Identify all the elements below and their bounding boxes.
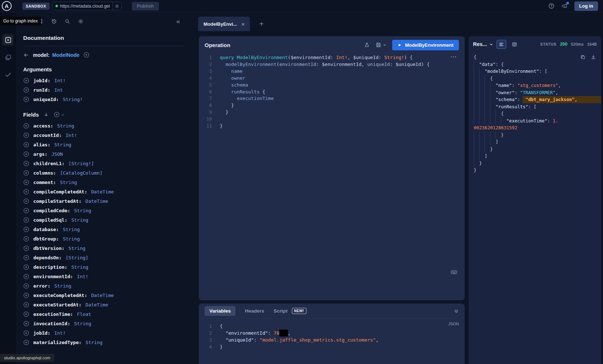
add-field-button[interactable]: [23, 264, 29, 270]
apollo-logo[interactable]: A: [2, 1, 12, 11]
variables-editor[interactable]: 1234 { "environmentId": 78 , "uniqueId":…: [199, 319, 465, 350]
collapse-variables-button[interactable]: [454, 309, 459, 314]
field-type[interactable]: String: [85, 340, 102, 345]
add-field-button[interactable]: [23, 198, 29, 204]
add-field-button[interactable]: [23, 273, 29, 280]
add-field-button[interactable]: [23, 339, 29, 346]
download-icon[interactable]: [591, 54, 596, 60]
field-name: dbtVersion:: [33, 246, 64, 251]
save-operation-button[interactable]: [376, 42, 386, 48]
doc-type-name[interactable]: ModelNode: [52, 52, 79, 58]
field-type[interactable]: String: [74, 208, 91, 213]
back-button[interactable]: [23, 52, 29, 58]
add-argument-button[interactable]: [23, 87, 29, 93]
search-button[interactable]: [64, 18, 70, 24]
add-all-fields-button[interactable]: [54, 112, 64, 118]
field-type[interactable]: Int!: [66, 133, 77, 138]
checks-nav-button[interactable]: [2, 69, 14, 80]
add-field-button[interactable]: [23, 330, 29, 336]
add-field-button[interactable]: [23, 311, 29, 317]
publish-button[interactable]: Publish: [132, 2, 159, 11]
add-field-button[interactable]: [23, 179, 29, 185]
add-field-button[interactable]: [23, 321, 29, 327]
run-operation-button[interactable]: ModelByEnvironment: [392, 40, 459, 50]
field-type[interactable]: [CatalogColumn]: [60, 170, 102, 176]
sort-fields-button[interactable]: [43, 112, 49, 117]
add-field-button[interactable]: [23, 245, 29, 251]
field-type[interactable]: DateTime: [91, 189, 114, 194]
field-type[interactable]: String: [54, 142, 71, 147]
argument-type[interactable]: Int: [54, 87, 63, 93]
add-field-button[interactable]: [23, 255, 29, 261]
tab-variables[interactable]: Variables: [205, 306, 235, 316]
variables-code[interactable]: { "environmentId": 78 , "uniqueId": "mod…: [212, 323, 465, 350]
field-type[interactable]: [String!]: [68, 161, 94, 166]
add-field-button[interactable]: [23, 208, 29, 214]
announcements-button[interactable]: [561, 3, 568, 9]
help-button[interactable]: [548, 3, 554, 9]
field-type[interactable]: JSON: [51, 151, 63, 157]
new-tab-button[interactable]: +: [259, 20, 264, 28]
field-type[interactable]: Int!: [77, 274, 88, 279]
add-field-button[interactable]: [23, 292, 29, 298]
field-type[interactable]: String: [63, 227, 80, 232]
field-type[interactable]: String: [60, 180, 77, 185]
add-field-button[interactable]: [23, 217, 29, 223]
share-operation-button[interactable]: [364, 42, 370, 48]
response-code[interactable]: {"data": {"modelByEnvironment": [{"name"…: [469, 54, 601, 174]
endpoint-url[interactable]: https://metadata.cloud.get: [60, 4, 110, 9]
connection-settings-button[interactable]: [113, 2, 121, 10]
operation-editor[interactable]: 1234567891011 query ModelByEnvironment($…: [199, 54, 465, 130]
add-field-button[interactable]: [23, 142, 29, 148]
field-type[interactable]: String: [74, 321, 91, 326]
field-type[interactable]: DateTime: [91, 293, 114, 298]
add-field-button[interactable]: [23, 160, 29, 167]
add-field-button[interactable]: [23, 283, 29, 289]
field-type[interactable]: String: [57, 123, 74, 129]
explorer-nav-button[interactable]: [2, 34, 14, 46]
operation-tab[interactable]: ModelByEnvi... ×: [198, 17, 250, 31]
login-button[interactable]: Log in: [574, 1, 598, 11]
collections-nav-button[interactable]: [2, 51, 14, 63]
operation-menu-button[interactable]: [450, 56, 457, 58]
field-type[interactable]: String: [68, 246, 85, 251]
add-field-button[interactable]: [23, 302, 29, 308]
field-type[interactable]: DateTime: [85, 198, 108, 204]
field-type[interactable]: DateTime: [85, 302, 108, 307]
response-title-dropdown[interactable]: Res...: [473, 41, 493, 47]
table-view-button[interactable]: [510, 40, 519, 49]
field-type[interactable]: String: [54, 283, 71, 289]
add-argument-button[interactable]: [23, 96, 29, 102]
tab-headers[interactable]: Headers: [245, 308, 264, 314]
field-type[interactable]: String: [71, 217, 88, 223]
add-argument-button[interactable]: [23, 78, 29, 84]
tab-script[interactable]: Script: [274, 308, 288, 314]
formatted-view-button[interactable]: [497, 40, 506, 49]
field-type[interactable]: Int!: [54, 330, 66, 336]
add-field-button[interactable]: [23, 123, 29, 129]
field-row: executeStartedAt: DateTime: [16, 300, 192, 309]
field-type[interactable]: String: [63, 236, 80, 242]
add-field-button[interactable]: [23, 226, 29, 233]
add-type-button[interactable]: [83, 52, 89, 58]
argument-name: runId:: [33, 87, 50, 93]
field-row: database: String: [16, 225, 192, 234]
field-type[interactable]: [String]: [66, 255, 88, 260]
keyboard-shortcuts-button[interactable]: [451, 269, 457, 275]
collapse-panel-icon[interactable]: «: [176, 18, 179, 25]
copy-icon[interactable]: [580, 54, 586, 60]
history-button[interactable]: [51, 18, 57, 24]
field-type[interactable]: Float: [77, 311, 91, 317]
argument-type[interactable]: Int!: [54, 78, 66, 83]
close-tab-icon[interactable]: ×: [241, 21, 244, 27]
add-field-button[interactable]: [23, 189, 29, 195]
argument-type[interactable]: String!: [63, 97, 83, 102]
operation-code[interactable]: query ModelByEnvironment($environmentId:…: [212, 54, 465, 130]
field-type[interactable]: String: [71, 264, 88, 270]
endpoint-url-field[interactable]: https://metadata.cloud.get: [53, 2, 113, 10]
add-field-button[interactable]: [23, 132, 29, 138]
explorer-settings-button[interactable]: [78, 18, 84, 24]
add-field-button[interactable]: [23, 151, 29, 157]
add-field-button[interactable]: [23, 236, 29, 242]
add-field-button[interactable]: [23, 170, 29, 176]
